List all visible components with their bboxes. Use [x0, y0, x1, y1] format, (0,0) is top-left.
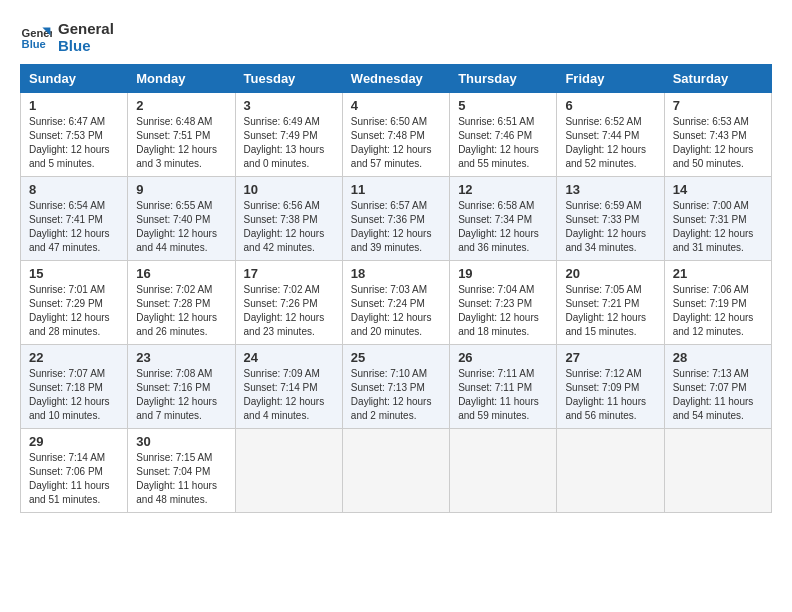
day-number: 8 [29, 182, 119, 197]
day-cell: 19Sunrise: 7:04 AMSunset: 7:23 PMDayligh… [450, 261, 557, 345]
day-number: 29 [29, 434, 119, 449]
week-row-4: 22Sunrise: 7:07 AMSunset: 7:18 PMDayligh… [21, 345, 772, 429]
day-number: 28 [673, 350, 763, 365]
svg-text:Blue: Blue [22, 38, 46, 50]
column-header-thursday: Thursday [450, 65, 557, 93]
day-number: 2 [136, 98, 226, 113]
day-number: 5 [458, 98, 548, 113]
day-cell: 13Sunrise: 6:59 AMSunset: 7:33 PMDayligh… [557, 177, 664, 261]
day-detail: Sunrise: 7:14 AMSunset: 7:06 PMDaylight:… [29, 451, 119, 507]
day-number: 14 [673, 182, 763, 197]
day-detail: Sunrise: 6:58 AMSunset: 7:34 PMDaylight:… [458, 199, 548, 255]
day-detail: Sunrise: 7:02 AMSunset: 7:28 PMDaylight:… [136, 283, 226, 339]
day-detail: Sunrise: 7:11 AMSunset: 7:11 PMDaylight:… [458, 367, 548, 423]
day-cell: 11Sunrise: 6:57 AMSunset: 7:36 PMDayligh… [342, 177, 449, 261]
week-row-3: 15Sunrise: 7:01 AMSunset: 7:29 PMDayligh… [21, 261, 772, 345]
day-cell: 17Sunrise: 7:02 AMSunset: 7:26 PMDayligh… [235, 261, 342, 345]
column-header-saturday: Saturday [664, 65, 771, 93]
day-cell: 25Sunrise: 7:10 AMSunset: 7:13 PMDayligh… [342, 345, 449, 429]
day-number: 24 [244, 350, 334, 365]
day-number: 16 [136, 266, 226, 281]
column-header-monday: Monday [128, 65, 235, 93]
day-cell: 10Sunrise: 6:56 AMSunset: 7:38 PMDayligh… [235, 177, 342, 261]
day-detail: Sunrise: 6:55 AMSunset: 7:40 PMDaylight:… [136, 199, 226, 255]
day-detail: Sunrise: 6:48 AMSunset: 7:51 PMDaylight:… [136, 115, 226, 171]
day-detail: Sunrise: 6:57 AMSunset: 7:36 PMDaylight:… [351, 199, 441, 255]
day-number: 22 [29, 350, 119, 365]
day-detail: Sunrise: 7:02 AMSunset: 7:26 PMDaylight:… [244, 283, 334, 339]
day-detail: Sunrise: 7:00 AMSunset: 7:31 PMDaylight:… [673, 199, 763, 255]
day-number: 25 [351, 350, 441, 365]
day-cell: 9Sunrise: 6:55 AMSunset: 7:40 PMDaylight… [128, 177, 235, 261]
day-number: 12 [458, 182, 548, 197]
day-cell: 14Sunrise: 7:00 AMSunset: 7:31 PMDayligh… [664, 177, 771, 261]
day-cell: 6Sunrise: 6:52 AMSunset: 7:44 PMDaylight… [557, 93, 664, 177]
day-cell: 21Sunrise: 7:06 AMSunset: 7:19 PMDayligh… [664, 261, 771, 345]
week-row-5: 29Sunrise: 7:14 AMSunset: 7:06 PMDayligh… [21, 429, 772, 513]
day-cell: 29Sunrise: 7:14 AMSunset: 7:06 PMDayligh… [21, 429, 128, 513]
day-detail: Sunrise: 6:51 AMSunset: 7:46 PMDaylight:… [458, 115, 548, 171]
logo-text: GeneralBlue [58, 20, 114, 54]
day-cell: 28Sunrise: 7:13 AMSunset: 7:07 PMDayligh… [664, 345, 771, 429]
day-number: 27 [565, 350, 655, 365]
column-header-sunday: Sunday [21, 65, 128, 93]
day-number: 23 [136, 350, 226, 365]
day-number: 11 [351, 182, 441, 197]
day-cell: 22Sunrise: 7:07 AMSunset: 7:18 PMDayligh… [21, 345, 128, 429]
day-detail: Sunrise: 6:56 AMSunset: 7:38 PMDaylight:… [244, 199, 334, 255]
logo: General Blue GeneralBlue [20, 20, 114, 54]
day-cell [450, 429, 557, 513]
day-number: 9 [136, 182, 226, 197]
day-number: 4 [351, 98, 441, 113]
day-detail: Sunrise: 7:10 AMSunset: 7:13 PMDaylight:… [351, 367, 441, 423]
day-detail: Sunrise: 7:06 AMSunset: 7:19 PMDaylight:… [673, 283, 763, 339]
day-cell: 20Sunrise: 7:05 AMSunset: 7:21 PMDayligh… [557, 261, 664, 345]
day-cell: 16Sunrise: 7:02 AMSunset: 7:28 PMDayligh… [128, 261, 235, 345]
day-detail: Sunrise: 7:07 AMSunset: 7:18 PMDaylight:… [29, 367, 119, 423]
day-cell: 27Sunrise: 7:12 AMSunset: 7:09 PMDayligh… [557, 345, 664, 429]
week-row-1: 1Sunrise: 6:47 AMSunset: 7:53 PMDaylight… [21, 93, 772, 177]
day-detail: Sunrise: 7:08 AMSunset: 7:16 PMDaylight:… [136, 367, 226, 423]
day-detail: Sunrise: 7:15 AMSunset: 7:04 PMDaylight:… [136, 451, 226, 507]
day-cell: 15Sunrise: 7:01 AMSunset: 7:29 PMDayligh… [21, 261, 128, 345]
calendar-table: SundayMondayTuesdayWednesdayThursdayFrid… [20, 64, 772, 513]
day-number: 18 [351, 266, 441, 281]
page-header: General Blue GeneralBlue [20, 20, 772, 54]
day-cell: 30Sunrise: 7:15 AMSunset: 7:04 PMDayligh… [128, 429, 235, 513]
day-cell: 26Sunrise: 7:11 AMSunset: 7:11 PMDayligh… [450, 345, 557, 429]
day-number: 21 [673, 266, 763, 281]
day-number: 26 [458, 350, 548, 365]
day-detail: Sunrise: 6:59 AMSunset: 7:33 PMDaylight:… [565, 199, 655, 255]
day-cell [664, 429, 771, 513]
day-cell: 24Sunrise: 7:09 AMSunset: 7:14 PMDayligh… [235, 345, 342, 429]
day-cell [235, 429, 342, 513]
day-number: 13 [565, 182, 655, 197]
day-detail: Sunrise: 6:52 AMSunset: 7:44 PMDaylight:… [565, 115, 655, 171]
day-detail: Sunrise: 7:05 AMSunset: 7:21 PMDaylight:… [565, 283, 655, 339]
day-cell: 3Sunrise: 6:49 AMSunset: 7:49 PMDaylight… [235, 93, 342, 177]
day-number: 1 [29, 98, 119, 113]
column-header-friday: Friday [557, 65, 664, 93]
day-detail: Sunrise: 6:53 AMSunset: 7:43 PMDaylight:… [673, 115, 763, 171]
column-header-tuesday: Tuesday [235, 65, 342, 93]
day-cell: 12Sunrise: 6:58 AMSunset: 7:34 PMDayligh… [450, 177, 557, 261]
day-cell [557, 429, 664, 513]
day-number: 3 [244, 98, 334, 113]
day-number: 15 [29, 266, 119, 281]
day-cell: 18Sunrise: 7:03 AMSunset: 7:24 PMDayligh… [342, 261, 449, 345]
day-detail: Sunrise: 6:47 AMSunset: 7:53 PMDaylight:… [29, 115, 119, 171]
calendar-header-row: SundayMondayTuesdayWednesdayThursdayFrid… [21, 65, 772, 93]
day-detail: Sunrise: 7:09 AMSunset: 7:14 PMDaylight:… [244, 367, 334, 423]
day-detail: Sunrise: 7:12 AMSunset: 7:09 PMDaylight:… [565, 367, 655, 423]
week-row-2: 8Sunrise: 6:54 AMSunset: 7:41 PMDaylight… [21, 177, 772, 261]
logo-icon: General Blue [20, 21, 52, 53]
day-cell: 2Sunrise: 6:48 AMSunset: 7:51 PMDaylight… [128, 93, 235, 177]
day-cell: 7Sunrise: 6:53 AMSunset: 7:43 PMDaylight… [664, 93, 771, 177]
day-number: 19 [458, 266, 548, 281]
day-cell: 8Sunrise: 6:54 AMSunset: 7:41 PMDaylight… [21, 177, 128, 261]
day-detail: Sunrise: 7:04 AMSunset: 7:23 PMDaylight:… [458, 283, 548, 339]
day-number: 30 [136, 434, 226, 449]
day-detail: Sunrise: 6:49 AMSunset: 7:49 PMDaylight:… [244, 115, 334, 171]
day-number: 20 [565, 266, 655, 281]
day-cell [342, 429, 449, 513]
